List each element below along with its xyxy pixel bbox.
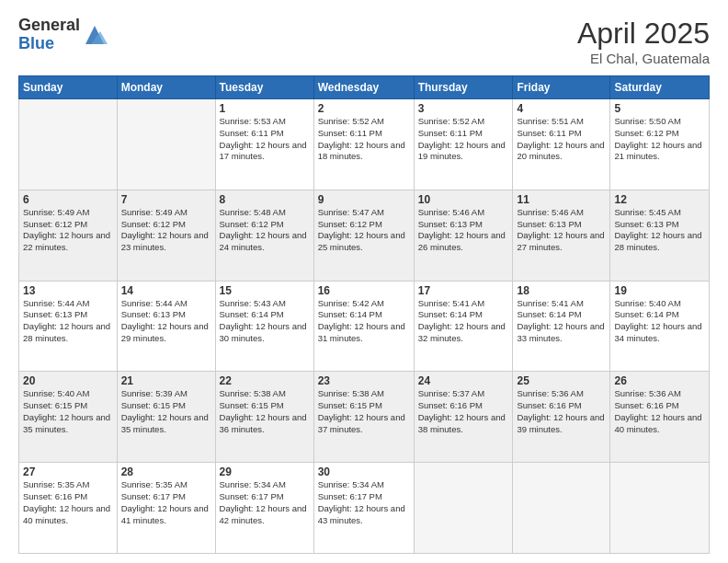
table-row: 21Sunrise: 5:39 AM Sunset: 6:15 PM Dayli… [117,372,215,463]
table-row: 14Sunrise: 5:44 AM Sunset: 6:13 PM Dayli… [117,281,215,372]
day-info: Sunrise: 5:38 AM Sunset: 6:15 PM Dayligh… [220,388,310,435]
table-row: 10Sunrise: 5:46 AM Sunset: 6:13 PM Dayli… [414,190,513,281]
table-row: 27Sunrise: 5:35 AM Sunset: 6:16 PM Dayli… [19,463,118,554]
day-number: 19 [614,284,705,297]
month-title: April 2025 [577,17,710,51]
table-row: 8Sunrise: 5:48 AM Sunset: 6:12 PM Daylig… [215,190,313,281]
col-wednesday: Wednesday [313,76,414,99]
day-number: 26 [614,374,705,387]
day-number: 12 [614,193,705,206]
table-row [513,463,610,554]
day-info: Sunrise: 5:46 AM Sunset: 6:13 PM Dayligh… [418,207,509,254]
table-row: 22Sunrise: 5:38 AM Sunset: 6:15 PM Dayli… [215,372,313,463]
table-row: 4Sunrise: 5:51 AM Sunset: 6:11 PM Daylig… [513,99,610,190]
table-row: 30Sunrise: 5:34 AM Sunset: 6:17 PM Dayli… [313,463,414,554]
table-row: 1Sunrise: 5:53 AM Sunset: 6:11 PM Daylig… [215,99,313,190]
col-sunday: Sunday [19,76,118,99]
day-number: 20 [23,374,113,387]
day-info: Sunrise: 5:36 AM Sunset: 6:16 PM Dayligh… [517,388,606,435]
day-number: 10 [418,193,509,206]
table-row: 28Sunrise: 5:35 AM Sunset: 6:17 PM Dayli… [117,463,215,554]
day-number: 9 [318,193,410,206]
table-row: 18Sunrise: 5:41 AM Sunset: 6:14 PM Dayli… [513,281,610,372]
table-row: 16Sunrise: 5:42 AM Sunset: 6:14 PM Dayli… [313,281,414,372]
table-row [414,463,513,554]
day-info: Sunrise: 5:43 AM Sunset: 6:14 PM Dayligh… [220,298,310,345]
logo-text: General Blue [18,17,80,53]
day-info: Sunrise: 5:41 AM Sunset: 6:14 PM Dayligh… [517,298,606,345]
table-row: 26Sunrise: 5:36 AM Sunset: 6:16 PM Dayli… [610,372,710,463]
table-row: 9Sunrise: 5:47 AM Sunset: 6:12 PM Daylig… [313,190,414,281]
day-info: Sunrise: 5:34 AM Sunset: 6:17 PM Dayligh… [220,479,310,526]
day-info: Sunrise: 5:47 AM Sunset: 6:12 PM Dayligh… [318,207,410,254]
day-number: 4 [517,102,606,115]
table-row: 19Sunrise: 5:40 AM Sunset: 6:14 PM Dayli… [610,281,710,372]
col-tuesday: Tuesday [215,76,313,99]
day-info: Sunrise: 5:50 AM Sunset: 6:12 PM Dayligh… [614,116,705,163]
day-info: Sunrise: 5:36 AM Sunset: 6:16 PM Dayligh… [614,388,705,435]
day-number: 22 [220,374,310,387]
day-info: Sunrise: 5:44 AM Sunset: 6:13 PM Dayligh… [23,298,113,345]
day-info: Sunrise: 5:37 AM Sunset: 6:16 PM Dayligh… [418,388,509,435]
day-info: Sunrise: 5:44 AM Sunset: 6:13 PM Dayligh… [121,298,211,345]
day-info: Sunrise: 5:53 AM Sunset: 6:11 PM Dayligh… [220,116,310,163]
day-number: 25 [517,374,606,387]
col-monday: Monday [117,76,215,99]
day-info: Sunrise: 5:42 AM Sunset: 6:14 PM Dayligh… [318,298,410,345]
table-row: 6Sunrise: 5:49 AM Sunset: 6:12 PM Daylig… [19,190,118,281]
day-number: 24 [418,374,509,387]
day-number: 28 [121,465,211,478]
day-number: 6 [23,193,113,206]
calendar-week-row: 27Sunrise: 5:35 AM Sunset: 6:16 PM Dayli… [19,463,710,554]
day-number: 15 [220,284,310,297]
day-number: 23 [318,374,410,387]
day-info: Sunrise: 5:39 AM Sunset: 6:15 PM Dayligh… [121,388,211,435]
page: General Blue April 2025 El Chal, Guatema… [0,0,728,563]
day-info: Sunrise: 5:52 AM Sunset: 6:11 PM Dayligh… [318,116,410,163]
table-row: 13Sunrise: 5:44 AM Sunset: 6:13 PM Dayli… [19,281,118,372]
header: General Blue April 2025 El Chal, Guatema… [18,17,710,66]
table-row: 17Sunrise: 5:41 AM Sunset: 6:14 PM Dayli… [414,281,513,372]
calendar-table: Sunday Monday Tuesday Wednesday Thursday… [18,75,710,554]
table-row: 29Sunrise: 5:34 AM Sunset: 6:17 PM Dayli… [215,463,313,554]
day-info: Sunrise: 5:51 AM Sunset: 6:11 PM Dayligh… [517,116,606,163]
day-info: Sunrise: 5:41 AM Sunset: 6:14 PM Dayligh… [418,298,509,345]
table-row [19,99,118,190]
day-number: 13 [23,284,113,297]
day-number: 7 [121,193,211,206]
calendar-week-row: 6Sunrise: 5:49 AM Sunset: 6:12 PM Daylig… [19,190,710,281]
day-number: 30 [318,465,410,478]
table-row: 3Sunrise: 5:52 AM Sunset: 6:11 PM Daylig… [414,99,513,190]
day-number: 1 [220,102,310,115]
logo-general: General [18,17,80,35]
table-row: 15Sunrise: 5:43 AM Sunset: 6:14 PM Dayli… [215,281,313,372]
table-row: 20Sunrise: 5:40 AM Sunset: 6:15 PM Dayli… [19,372,118,463]
calendar-header-row: Sunday Monday Tuesday Wednesday Thursday… [19,76,710,99]
calendar-week-row: 1Sunrise: 5:53 AM Sunset: 6:11 PM Daylig… [19,99,710,190]
logo-icon [82,22,108,48]
location-title: El Chal, Guatemala [577,51,710,66]
day-number: 27 [23,465,113,478]
day-number: 17 [418,284,509,297]
day-info: Sunrise: 5:35 AM Sunset: 6:17 PM Dayligh… [121,479,211,526]
logo: General Blue [18,17,108,53]
col-friday: Friday [513,76,610,99]
day-number: 21 [121,374,211,387]
day-number: 29 [220,465,310,478]
calendar-week-row: 20Sunrise: 5:40 AM Sunset: 6:15 PM Dayli… [19,372,710,463]
title-block: April 2025 El Chal, Guatemala [577,17,710,66]
table-row: 23Sunrise: 5:38 AM Sunset: 6:15 PM Dayli… [313,372,414,463]
day-info: Sunrise: 5:49 AM Sunset: 6:12 PM Dayligh… [121,207,211,254]
table-row: 24Sunrise: 5:37 AM Sunset: 6:16 PM Dayli… [414,372,513,463]
table-row [610,463,710,554]
day-number: 2 [318,102,410,115]
day-info: Sunrise: 5:38 AM Sunset: 6:15 PM Dayligh… [318,388,410,435]
table-row: 5Sunrise: 5:50 AM Sunset: 6:12 PM Daylig… [610,99,710,190]
table-row: 2Sunrise: 5:52 AM Sunset: 6:11 PM Daylig… [313,99,414,190]
col-saturday: Saturday [610,76,710,99]
table-row: 25Sunrise: 5:36 AM Sunset: 6:16 PM Dayli… [513,372,610,463]
day-number: 8 [220,193,310,206]
day-number: 11 [517,193,606,206]
day-info: Sunrise: 5:52 AM Sunset: 6:11 PM Dayligh… [418,116,509,163]
day-info: Sunrise: 5:49 AM Sunset: 6:12 PM Dayligh… [23,207,113,254]
